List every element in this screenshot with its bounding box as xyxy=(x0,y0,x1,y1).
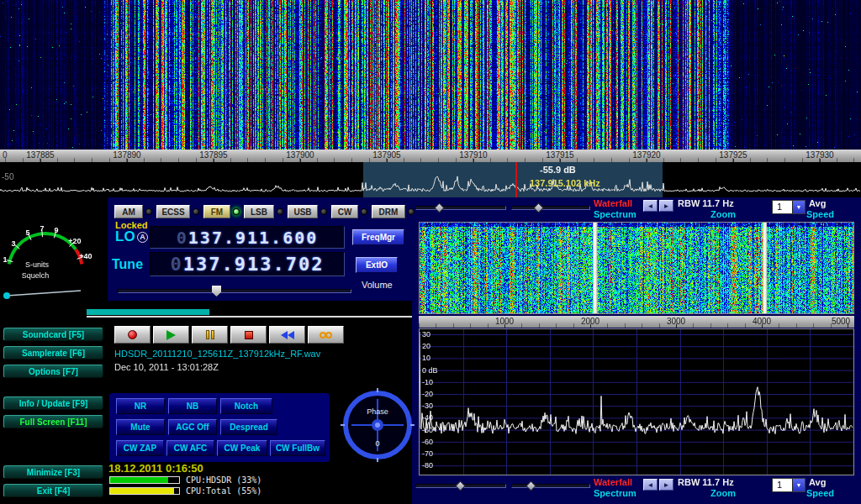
zoom-spectrum-canvas[interactable] xyxy=(420,329,853,475)
phase-value: 0 xyxy=(375,439,379,448)
lo-frequency-display[interactable]: 0137.911.600 xyxy=(150,226,345,249)
slider-thumb[interactable] xyxy=(526,480,536,491)
agc-button[interactable]: AGC Off xyxy=(168,419,217,435)
spectrum-overview-canvas[interactable] xyxy=(0,162,861,197)
zoom-frequency-scale[interactable]: 10002000300040005000 xyxy=(419,316,854,328)
exit-button[interactable]: Exit [F4] xyxy=(3,484,103,497)
speed-select-top[interactable]: 1 ▼ xyxy=(772,200,806,214)
s-meter-needle xyxy=(7,291,81,296)
avg-label-top[interactable]: Avg xyxy=(809,198,826,208)
record-button[interactable] xyxy=(114,326,151,344)
volume-slider-thumb[interactable] xyxy=(212,286,221,297)
spectrum-mode-label-bottom[interactable]: Spectrum xyxy=(594,488,637,498)
zoom-arrows-top: ◄ ► xyxy=(643,200,673,212)
waterfall-brightness-slider-top[interactable] xyxy=(415,204,506,212)
info-update-button[interactable]: Info / Update [F9] xyxy=(3,396,103,410)
loop-icon xyxy=(325,332,332,339)
phase-scope[interactable]: Phase 0 xyxy=(341,388,415,462)
mode-button-fm[interactable]: FM xyxy=(203,205,230,218)
nb-button[interactable]: NB xyxy=(168,398,217,414)
cursor-frequency-readout: 137.915.102 kHz xyxy=(530,178,600,188)
cw-zap-button[interactable]: CW ZAP xyxy=(116,440,164,456)
waterfall-mode-label-top[interactable]: Waterfall xyxy=(594,198,632,208)
slider-thumb[interactable] xyxy=(455,480,466,491)
mode-button-ecss[interactable]: ECSS xyxy=(156,205,190,218)
soundcard-button[interactable]: Soundcard [F5] xyxy=(3,328,103,341)
tuning-progress-bar xyxy=(87,309,412,318)
tuning-progress-fill xyxy=(87,309,209,315)
volume-slider[interactable] xyxy=(118,286,351,297)
mode-button-drm[interactable]: DRM xyxy=(372,205,405,218)
dropdown-arrow-icon[interactable]: ▼ xyxy=(792,201,805,213)
fullscreen-button[interactable]: Full Screen [F11] xyxy=(3,415,103,428)
cpu-hdsdr-bar-fill xyxy=(110,477,168,483)
pause-button[interactable] xyxy=(192,326,228,344)
db-tick-label: -50 xyxy=(422,426,433,434)
arrow-left-button[interactable]: ◄ xyxy=(643,479,658,491)
notch-button[interactable]: Notch xyxy=(220,398,272,414)
speed-select-bottom[interactable]: 1 ▼ xyxy=(772,478,806,492)
zoom-waterfall-display[interactable] xyxy=(419,222,854,314)
play-icon xyxy=(166,330,176,340)
mode-button-usb[interactable]: USB xyxy=(288,205,318,218)
mode-button-cw[interactable]: CW xyxy=(331,205,358,218)
db-tick-label: 0 dB xyxy=(422,366,438,375)
recording-filename: HDSDR_20111210_125611Z_137912kHz_RF.wav xyxy=(114,349,320,359)
channel-a-badge[interactable]: A xyxy=(137,232,148,243)
rbw-label-top: RBW 11.7 Hz xyxy=(678,198,734,208)
cw-afc-button[interactable]: CW AFC xyxy=(166,440,214,456)
waterfall-mode-label-bottom[interactable]: Waterfall xyxy=(594,477,632,487)
rewind-button[interactable] xyxy=(269,326,305,344)
cpu-total-bar xyxy=(109,487,180,495)
mode-led-lsb xyxy=(277,208,283,215)
frequency-ruler[interactable]: 0 13788513789013789513790013790513791013… xyxy=(0,150,861,162)
cw-fullbw-button[interactable]: CW FullBw xyxy=(270,440,325,456)
mode-button-lsb[interactable]: LSB xyxy=(244,205,274,218)
slider-thumb[interactable] xyxy=(434,202,445,213)
zoom-scale-tick-mark xyxy=(762,324,763,328)
db-tick-label: -10 xyxy=(422,378,433,386)
dropdown-arrow-icon[interactable]: ▼ xyxy=(792,479,805,491)
squelch-label[interactable]: Squelch xyxy=(22,271,50,280)
waterfall-brightness-slider-bottom[interactable] xyxy=(415,482,506,490)
db-tick-label: -20 xyxy=(422,390,433,398)
s-meter-tick-label: 9 xyxy=(54,226,58,234)
arrow-right-button[interactable]: ► xyxy=(659,479,673,491)
waterfall-contrast-slider-bottom[interactable] xyxy=(511,482,590,490)
minimize-button[interactable]: Minimize [F3] xyxy=(3,465,103,479)
tune-frequency-display[interactable]: 0137.913.702 xyxy=(150,252,345,276)
stop-button[interactable] xyxy=(230,326,267,344)
s-meter: 1 3 5 7 9 +20 +40 S-units Squelch xyxy=(0,202,104,307)
db-tick-label: -80 xyxy=(422,461,433,470)
arrow-right-button[interactable]: ► xyxy=(659,200,673,212)
tune-frequency-value: 137.913.702 xyxy=(183,254,325,275)
mode-led-fm xyxy=(233,208,240,215)
options-button[interactable]: Options [F7] xyxy=(3,365,103,378)
zoom-waterfall-canvas[interactable] xyxy=(420,223,853,313)
cw-peak-button[interactable]: CW Peak xyxy=(217,440,267,456)
speed-select-value: 1 xyxy=(773,479,792,491)
freqmgr-button[interactable]: FreqMgr xyxy=(352,229,404,245)
loop-button[interactable] xyxy=(308,326,344,344)
squelch-knob[interactable] xyxy=(3,292,10,299)
slider-thumb[interactable] xyxy=(533,202,544,213)
nr-button[interactable]: NR xyxy=(116,398,165,414)
avg-label-bottom[interactable]: Avg xyxy=(809,477,826,487)
mute-button[interactable]: Mute xyxy=(116,419,165,435)
pause-icon xyxy=(211,330,214,339)
samplerate-button[interactable]: Samplerate [F6] xyxy=(3,346,103,360)
hdsdr-window: 0 13788513789013789513790013790513791013… xyxy=(0,0,861,504)
spectrum-overview[interactable]: -50 -55.9 dB 137.915.102 kHz xyxy=(0,162,861,197)
despread-button[interactable]: Despread xyxy=(220,419,277,435)
main-waterfall-display[interactable] xyxy=(0,0,861,150)
zoom-spectrum-display[interactable]: 3020100 dB-10-20-30-40-50-60-70-80 xyxy=(419,328,854,475)
mode-button-am[interactable]: AM xyxy=(114,205,143,218)
extio-button[interactable]: ExtIO xyxy=(356,257,398,273)
waterfall-contrast-slider-top[interactable] xyxy=(511,204,590,212)
zoom-scale-tick-mark xyxy=(590,324,591,328)
play-button[interactable] xyxy=(153,326,189,344)
arrow-left-button[interactable]: ◄ xyxy=(643,200,658,212)
slider-track xyxy=(511,484,590,488)
spectrum-mode-label-top[interactable]: Spectrum xyxy=(594,209,637,219)
mode-led-am xyxy=(145,208,152,215)
